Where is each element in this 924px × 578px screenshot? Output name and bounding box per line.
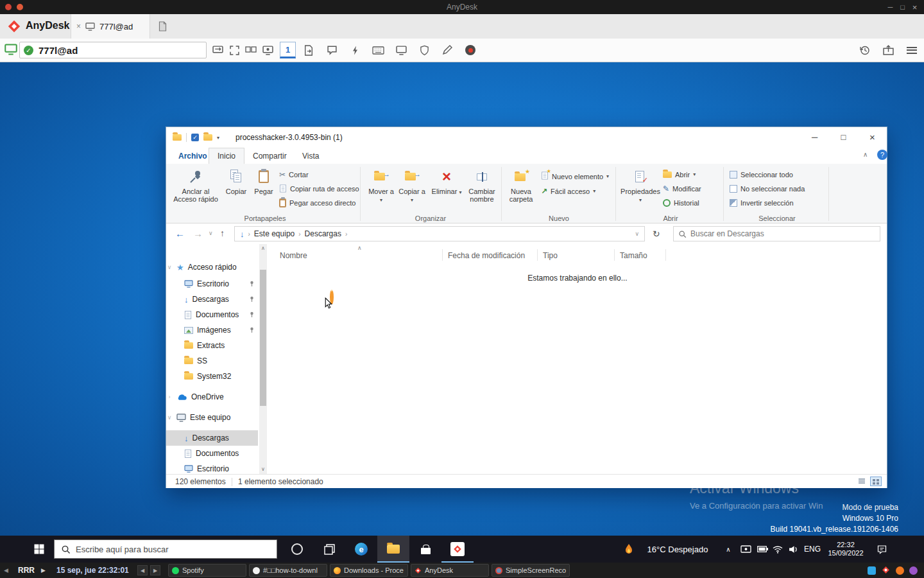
- anydesk-taskbar-button[interactable]: [441, 536, 474, 563]
- actions-button[interactable]: [348, 42, 362, 58]
- file-manager-button[interactable]: [881, 42, 895, 58]
- clock[interactable]: 22:32 15/09/2022: [825, 536, 866, 563]
- copy-button[interactable]: Copiar: [223, 166, 250, 216]
- sidebar-item-descargas[interactable]: ↓ Descargas: [166, 292, 258, 307]
- scrollbar-thumb[interactable]: [260, 270, 266, 406]
- expand-chevron-icon[interactable]: ∨: [166, 264, 173, 270]
- new-folder-button[interactable]: ★ Nueva carpeta: [505, 166, 537, 216]
- sidebar-item-imagenes[interactable]: Imágenes: [166, 322, 258, 338]
- display-settings-button[interactable]: [261, 42, 275, 58]
- tab-vista[interactable]: Vista: [294, 148, 327, 164]
- wm-minimize-button[interactable]: ─: [885, 0, 896, 14]
- edit-button[interactable]: ✎ Modificar: [663, 182, 701, 195]
- taskbar-search-box[interactable]: [54, 539, 277, 559]
- explorer-search-box[interactable]: [673, 226, 880, 241]
- qat-properties-icon[interactable]: ✓: [191, 134, 199, 141]
- tab-compartir[interactable]: Compartir: [244, 148, 295, 164]
- breadcrumb-chevron-icon[interactable]: ›: [298, 231, 300, 238]
- delete-button[interactable]: × Eliminar ▾: [429, 166, 464, 216]
- help-icon[interactable]: ?: [877, 150, 887, 160]
- explorer-maximize-button[interactable]: □: [829, 127, 858, 146]
- cast-icon[interactable]: [738, 536, 753, 563]
- start-button[interactable]: [23, 536, 55, 563]
- breadcrumb-chevron-icon[interactable]: ›: [345, 231, 347, 238]
- language-indicator[interactable]: ENG: [801, 536, 824, 563]
- explorer-taskbar-button[interactable]: [377, 536, 409, 563]
- scroll-down-icon[interactable]: ∨: [259, 465, 267, 474]
- recorder-tray-icon[interactable]: [896, 566, 904, 577]
- sidebar-item-este-equipo[interactable]: ∨ Este equipo: [166, 410, 258, 425]
- display-button[interactable]: [394, 42, 408, 58]
- breadcrumb-current[interactable]: Descargas: [305, 229, 341, 238]
- chat-tray-icon[interactable]: [868, 566, 876, 577]
- panel-window-anydesk[interactable]: AnyDesk: [411, 564, 489, 577]
- scroll-up-icon[interactable]: ∧: [259, 244, 267, 253]
- monitors-button[interactable]: [244, 42, 258, 58]
- tab-close-icon[interactable]: ×: [76, 22, 81, 31]
- weather-icon[interactable]: [621, 536, 637, 563]
- permissions-shield-button[interactable]: [417, 42, 431, 58]
- easy-access-button[interactable]: ↗ Fácil acceso ▾: [541, 185, 595, 197]
- qat-customize-icon[interactable]: ▾: [217, 135, 219, 141]
- expand-chevron-icon[interactable]: ∨: [166, 414, 173, 421]
- column-divider[interactable]: [537, 249, 538, 261]
- column-header-tamano[interactable]: Tamaño: [620, 251, 647, 260]
- panel-window-spotify[interactable]: Spotify: [168, 564, 246, 577]
- panel-window-firefox[interactable]: Downloads - Proce: [330, 564, 408, 577]
- wifi-icon[interactable]: [770, 536, 785, 563]
- menu-button[interactable]: [905, 42, 919, 58]
- new-session-tab-button[interactable]: [158, 21, 167, 31]
- cortana-button[interactable]: [281, 536, 313, 563]
- up-button[interactable]: ↑: [220, 228, 225, 238]
- weather-text[interactable]: 16°C Despejado: [639, 536, 716, 563]
- tray-expand-icon[interactable]: ∧: [721, 536, 735, 563]
- panel-window-discord[interactable]: #□□how-to-downl: [249, 564, 327, 577]
- action-center-icon[interactable]: [870, 536, 893, 563]
- explorer-minimize-button[interactable]: ─: [800, 127, 829, 146]
- properties-button[interactable]: ✓ Propiedades▾: [622, 166, 659, 216]
- sidebar-item-documentos-pc[interactable]: Documentos: [166, 446, 258, 461]
- column-divider[interactable]: [665, 249, 666, 261]
- edge-taskbar-button[interactable]: e: [345, 536, 377, 563]
- thumbnails-view-button[interactable]: [870, 477, 882, 486]
- cut-button[interactable]: ✂ Cortar: [279, 168, 309, 180]
- move-to-button[interactable]: → Mover a ▾: [366, 166, 396, 216]
- taskbar-search-input[interactable]: [76, 545, 262, 554]
- session-tab[interactable]: × 777l@ad: [71, 14, 150, 39]
- tab-inicio[interactable]: Inicio: [209, 148, 244, 164]
- panel-window-recorder[interactable]: SimpleScreenReco: [492, 564, 570, 577]
- select-none-button[interactable]: No seleccionar nada: [730, 182, 805, 195]
- recent-locations-icon[interactable]: ∨: [209, 230, 213, 236]
- adapt-resolution-button[interactable]: [210, 42, 225, 58]
- column-header-tipo[interactable]: Tipo: [543, 251, 558, 260]
- panel-prev-icon[interactable]: ◀: [4, 567, 8, 574]
- qat-new-folder-icon[interactable]: [203, 134, 212, 141]
- explorer-close-button[interactable]: ×: [858, 127, 887, 146]
- paste-button[interactable]: Pegar: [251, 166, 277, 216]
- whiteboard-pen-button[interactable]: [440, 42, 454, 58]
- column-divider[interactable]: [614, 249, 615, 261]
- details-view-button[interactable]: [856, 477, 868, 486]
- rename-button[interactable]: Cambiar nombre: [465, 166, 499, 216]
- column-header-fecha[interactable]: Fecha de modificación: [448, 251, 525, 260]
- refresh-button[interactable]: ↻: [653, 229, 660, 239]
- record-session-button[interactable]: [463, 42, 477, 58]
- sidebar-item-extracts[interactable]: Extracts: [166, 338, 258, 353]
- battery-icon[interactable]: [755, 536, 770, 563]
- column-header-nombre[interactable]: Nombre: [280, 251, 307, 260]
- sidebar-item-system32[interactable]: System32: [166, 369, 258, 384]
- explorer-search-input[interactable]: [690, 229, 864, 238]
- sidebar-item-quick-access[interactable]: ∨ ★ Acceso rápido: [166, 259, 258, 275]
- wm-close-button[interactable]: ×: [909, 0, 920, 14]
- collapse-ribbon-icon[interactable]: ∧: [863, 151, 868, 158]
- column-divider[interactable]: [442, 249, 443, 261]
- open-button[interactable]: Abrir ▾: [663, 168, 696, 180]
- explorer-titlebar[interactable]: ✓ ▾ processhacker-3.0.4953-bin (1) ─ □ ×: [166, 127, 887, 148]
- panel-back-button[interactable]: ◀: [137, 565, 148, 575]
- wm-maximize-button[interactable]: □: [897, 0, 908, 14]
- select-all-button[interactable]: Seleccionar todo: [730, 168, 793, 180]
- breadcrumb[interactable]: ↓ › Este equipo › Descargas › ∨: [234, 226, 645, 241]
- remote-desktop[interactable]: Activar Windows Ve a Configuración para …: [0, 62, 924, 563]
- new-item-button[interactable]: ★ Nuevo elemento ▾: [541, 170, 609, 182]
- sidebar-item-ss[interactable]: SS: [166, 353, 258, 369]
